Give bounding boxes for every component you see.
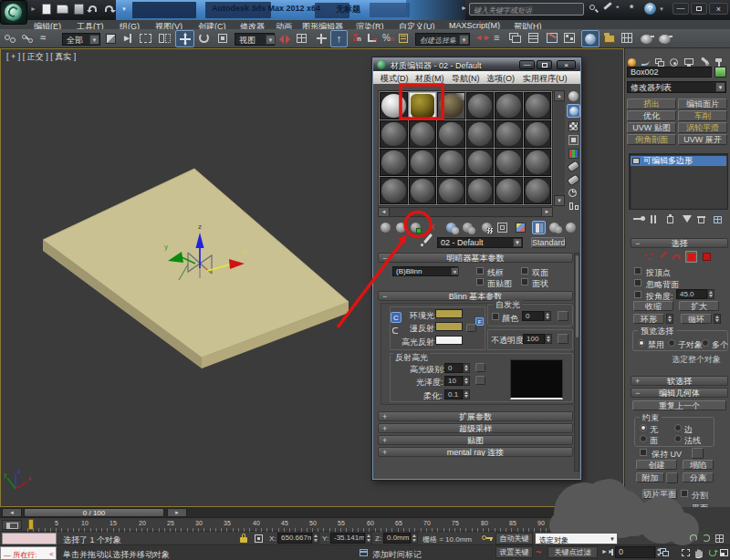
svg-text:y: y — [4, 472, 7, 479]
svg-text:z: z — [17, 468, 21, 474]
svg-text:x: x — [28, 475, 32, 482]
svg-text:z: z — [198, 223, 202, 231]
svg-text:y: y — [164, 243, 168, 251]
svg-text:x: x — [243, 248, 246, 256]
